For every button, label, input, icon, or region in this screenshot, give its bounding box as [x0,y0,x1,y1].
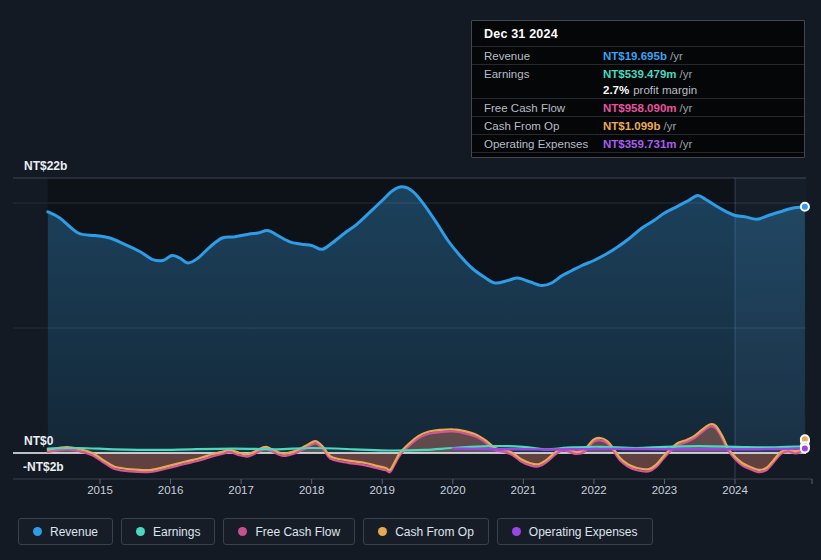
x-axis-year-label: 2020 [440,484,466,496]
x-axis-year-label: 2023 [652,484,678,496]
tooltip-value: NT$359.731m [603,138,677,150]
free-cash-flow-dot-icon [238,527,247,536]
legend-label: Revenue [50,525,98,539]
chart-tooltip: Dec 31 2024 Revenue NT$19.695b /yr Earni… [471,20,805,158]
financial-history-chart-panel: NT$22bNT$0-NT$2b201520162017201820192020… [0,0,821,560]
legend-label: Operating Expenses [529,525,638,539]
end-marker-revenue [801,203,809,211]
y-axis-label: NT$22b [24,159,67,173]
legend-label: Cash From Op [395,525,474,539]
tooltip-row-operating-expenses: Operating Expenses NT$359.731m /yr [472,134,804,153]
cash-from-op-dot-icon [378,527,387,536]
revenue-dot-icon [33,527,42,536]
tooltip-suffix: /yr [680,138,693,150]
x-axis-year-label: 2015 [87,484,113,496]
x-axis-year-label: 2016 [158,484,184,496]
x-axis-year-label: 2021 [511,484,537,496]
tooltip-date: Dec 31 2024 [472,21,804,47]
legend-item-earnings[interactable]: Earnings [121,518,215,545]
tooltip-value: NT$19.695b [603,50,667,62]
tooltip-label: Revenue [484,50,603,62]
tooltip-row-free-cash-flow: Free Cash Flow NT$958.090m /yr [472,98,804,116]
tooltip-value: NT$958.090m [603,102,677,114]
end-marker-operating-expenses [801,445,809,453]
x-axis-year-label: 2019 [369,484,395,496]
legend-item-free-cash-flow[interactable]: Free Cash Flow [223,518,355,545]
x-axis-year-label: 2017 [228,484,254,496]
tooltip-row-earnings: Earnings NT$539.479m /yr [472,64,804,82]
chart-legend: Revenue Earnings Free Cash Flow Cash Fro… [18,518,653,545]
tooltip-row-revenue: Revenue NT$19.695b /yr [472,47,804,64]
tooltip-value: NT$539.479m [603,68,677,80]
x-axis-year-label: 2022 [581,484,607,496]
tooltip-suffix: /yr [670,50,683,62]
y-axis-label-min: -NT$2b [23,460,64,474]
tooltip-row-profit-margin: 2.7% profit margin [472,82,804,98]
legend-item-operating-expenses[interactable]: Operating Expenses [497,518,653,545]
legend-label: Free Cash Flow [255,525,340,539]
profit-margin-value: 2.7% [603,84,629,96]
tooltip-suffix: /yr [664,120,677,132]
legend-item-cash-from-op[interactable]: Cash From Op [363,518,489,545]
x-axis-year-label: 2024 [722,484,748,496]
tooltip-row-cash-from-op: Cash From Op NT$1.099b /yr [472,116,804,134]
profit-margin-label: profit margin [633,84,697,96]
operating-expenses-dot-icon [512,527,521,536]
y-axis-label-zero: NT$0 [24,434,54,448]
tooltip-suffix: /yr [680,102,693,114]
x-axis-year-label: 2018 [299,484,325,496]
legend-label: Earnings [153,525,200,539]
tooltip-label: Operating Expenses [484,138,603,150]
tooltip-label: Free Cash Flow [484,102,603,114]
tooltip-label: Cash From Op [484,120,603,132]
tooltip-suffix: /yr [680,68,693,80]
tooltip-value: NT$1.099b [603,120,661,132]
legend-item-revenue[interactable]: Revenue [18,518,113,545]
line-operating-expenses [453,449,805,450]
tooltip-label: Earnings [484,68,603,80]
earnings-dot-icon [136,527,145,536]
